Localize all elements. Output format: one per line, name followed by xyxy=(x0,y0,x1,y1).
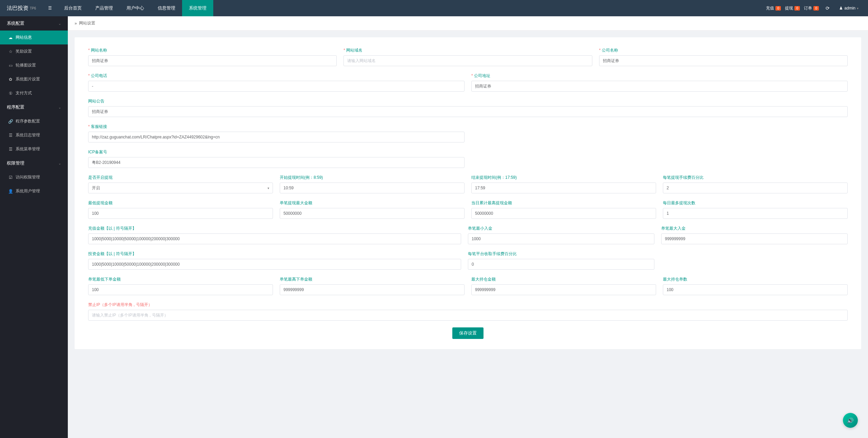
sidebar-item-icon: ▭ xyxy=(8,63,13,68)
sidebar-item-label: 系统菜单管理 xyxy=(16,146,40,152)
top-nav-2[interactable]: 用户中心 xyxy=(120,0,151,16)
logo-sup: TP6 xyxy=(30,6,36,10)
fab-button[interactable]: 🔊 xyxy=(843,413,858,428)
top-nav-1[interactable]: 产品管理 xyxy=(88,0,120,16)
sidebar-item-icon: ☰ xyxy=(8,133,13,138)
max-daily-withdraw-count-label: 每日最多提现次数 xyxy=(663,200,848,206)
site-notice-label: 网站公告 xyxy=(88,98,848,104)
max-daily-withdraw-input[interactable] xyxy=(471,208,656,219)
recharge-amounts-input[interactable] xyxy=(88,233,461,244)
sidebar-item-label: 网站信息 xyxy=(16,35,32,40)
invest-amounts-input[interactable] xyxy=(88,259,461,270)
max-daily-withdraw-label: 当日累计最高提现金额 xyxy=(471,200,656,206)
max-hold-amount-label: 最大持仓金额 xyxy=(471,277,656,282)
withdraw-end-label: 结束提现时间(例：17:59) xyxy=(471,175,656,180)
sidebar-item-icon: ✿ xyxy=(8,77,13,82)
order-label: 订单 xyxy=(804,5,812,11)
logo-text: 法巴投资 xyxy=(7,5,28,12)
sidebar-group[interactable]: 系统配置⌄ xyxy=(0,16,68,31)
withdraw-label: 提现 xyxy=(785,5,793,11)
company-name-input[interactable] xyxy=(599,55,848,66)
sidebar-item-icon: 🔗 xyxy=(8,119,13,124)
order-badge[interactable]: 订单 0 xyxy=(804,5,819,11)
order-count: 0 xyxy=(813,6,819,11)
sidebar-group[interactable]: 权限管理⌄ xyxy=(0,156,68,170)
sidebar-item[interactable]: ▭轮播图设置 xyxy=(0,58,68,72)
max-single-deposit-label: 单笔最大入金 xyxy=(661,226,848,231)
sidebar-item-icon: ☑ xyxy=(8,175,13,180)
min-withdraw-input[interactable] xyxy=(88,208,273,219)
breadcrumb-icon: » xyxy=(75,21,77,26)
max-order-amount-input[interactable] xyxy=(280,284,465,295)
company-phone-input[interactable] xyxy=(88,81,465,92)
main-content: » 网站设置 网站名称 网站域名 公司名称 xyxy=(68,16,868,438)
withdraw-fee-label: 每笔提现手续费百分比 xyxy=(663,175,848,180)
sidebar-item[interactable]: ☑访问权限管理 xyxy=(0,170,68,184)
sidebar-item[interactable]: ①支付方式 xyxy=(0,86,68,100)
withdraw-start-label: 开始提现时间(例：8:59) xyxy=(280,175,465,180)
platform-fee-input[interactable] xyxy=(468,259,654,270)
withdraw-badge[interactable]: 提现 0 xyxy=(785,5,800,11)
sidebar-item[interactable]: ☰系统菜单管理 xyxy=(0,142,68,156)
ban-ip-label: 禁止IP（多个IP请用半角 , 号隔开） xyxy=(88,302,848,308)
chevron-down-icon: ▾ xyxy=(268,186,269,190)
max-order-amount-label: 单笔最高下单金额 xyxy=(280,277,465,282)
withdraw-end-input[interactable] xyxy=(471,183,656,193)
site-name-input[interactable] xyxy=(88,55,337,66)
refresh-icon[interactable]: ⟳ xyxy=(823,5,832,11)
max-single-withdraw-label: 单笔提现最大金额 xyxy=(280,200,465,206)
min-single-deposit-input[interactable] xyxy=(468,233,654,244)
sidebar-item-icon: ① xyxy=(8,91,13,96)
sidebar-item[interactable]: ☁网站信息 xyxy=(0,31,68,44)
withdraw-fee-input[interactable] xyxy=(663,183,848,193)
min-order-amount-label: 单笔最低下单金额 xyxy=(88,277,273,282)
sidebar-item[interactable]: 👤系统用户管理 xyxy=(0,184,68,198)
recharge-badge[interactable]: 充值 0 xyxy=(766,5,781,11)
sidebar-item-label: 系统日志管理 xyxy=(16,132,40,138)
max-daily-withdraw-count-input[interactable] xyxy=(663,208,848,219)
user-menu[interactable]: ♟ admin ▾ xyxy=(836,6,861,11)
service-link-label: 客服链接 xyxy=(88,124,465,130)
save-button[interactable]: 保存设置 xyxy=(452,327,484,339)
sidebar-item[interactable]: ✿系统图片设置 xyxy=(0,72,68,86)
icp-input[interactable] xyxy=(88,157,465,168)
ban-ip-input[interactable] xyxy=(88,310,848,321)
sidebar-item[interactable]: ☆奖励设置 xyxy=(0,44,68,58)
site-domain-label: 网站域名 xyxy=(343,47,592,53)
max-hold-count-input[interactable] xyxy=(663,284,848,295)
service-link-input[interactable] xyxy=(88,132,465,142)
max-hold-amount-input[interactable] xyxy=(471,284,656,295)
platform-fee-label: 每笔平台收取手续费百分比 xyxy=(468,251,654,257)
sidebar-item-icon: ☁ xyxy=(8,35,13,40)
company-address-label: 公司地址 xyxy=(471,73,848,79)
sidebar-group[interactable]: 程序配置⌄ xyxy=(0,100,68,114)
top-nav-0[interactable]: 后台首页 xyxy=(57,0,88,16)
menu-toggle-icon[interactable]: ☰ xyxy=(43,0,57,16)
top-header: 法巴投资 TP6 ☰ 后台首页产品管理用户中心信息管理系统管理 充值 0 提现 … xyxy=(0,0,868,16)
company-phone-label: 公司电话 xyxy=(88,73,465,79)
recharge-count: 0 xyxy=(775,6,781,11)
site-name-label: 网站名称 xyxy=(88,47,337,53)
withdraw-enable-select[interactable]: 开启 ▾ xyxy=(88,183,273,193)
logo: 法巴投资 TP6 xyxy=(0,0,43,16)
site-notice-input[interactable] xyxy=(88,106,848,117)
min-order-amount-input[interactable] xyxy=(88,284,273,295)
sidebar-item-label: 支付方式 xyxy=(16,90,32,96)
sidebar-item[interactable]: ☰系统日志管理 xyxy=(0,128,68,142)
user-icon: ♟ xyxy=(839,6,843,11)
sidebar-item[interactable]: 🔗程序参数配置 xyxy=(0,114,68,128)
top-nav: 后台首页产品管理用户中心信息管理系统管理 xyxy=(57,0,213,16)
top-nav-4[interactable]: 系统管理 xyxy=(182,0,213,16)
sidebar-item-icon: ☰ xyxy=(8,147,13,152)
recharge-label: 充值 xyxy=(766,5,774,11)
max-single-deposit-input[interactable] xyxy=(661,233,848,244)
withdraw-start-input[interactable] xyxy=(280,183,465,193)
sidebar-item-label: 系统图片设置 xyxy=(16,76,40,82)
sidebar: 系统配置⌄☁网站信息☆奖励设置▭轮播图设置✿系统图片设置①支付方式程序配置⌄🔗程… xyxy=(0,16,68,438)
top-nav-3[interactable]: 信息管理 xyxy=(151,0,182,16)
company-address-input[interactable] xyxy=(471,81,848,92)
max-single-withdraw-input[interactable] xyxy=(280,208,465,219)
recharge-amounts-label: 充值金额【以 | 符号隔开】 xyxy=(88,226,461,231)
site-domain-input[interactable] xyxy=(343,55,592,66)
withdraw-count: 0 xyxy=(794,6,800,11)
